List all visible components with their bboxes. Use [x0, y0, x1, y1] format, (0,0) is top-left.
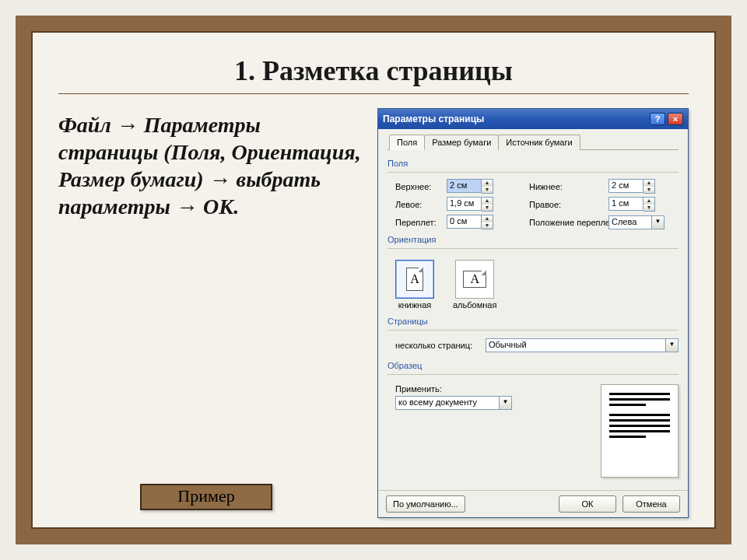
- label-bottom: Нижнее:: [514, 182, 607, 191]
- tab-paper-size[interactable]: Размер бумаги: [424, 135, 499, 150]
- spin-up-icon[interactable]: ▲: [644, 180, 654, 187]
- default-button[interactable]: По умолчанию...: [386, 495, 465, 513]
- spin-up-icon[interactable]: ▲: [644, 198, 654, 205]
- spin-up-icon[interactable]: ▲: [482, 198, 493, 205]
- orientation-landscape[interactable]: A альбомная: [453, 260, 496, 310]
- ok-button[interactable]: ОК: [559, 495, 616, 513]
- page-preview: [535, 384, 679, 478]
- spin-up-icon[interactable]: ▲: [482, 215, 493, 222]
- label-multi-pages: несколько страниц:: [395, 341, 481, 350]
- input-right[interactable]: 1 см▲▼: [608, 197, 655, 212]
- slide-title: 1. Разметка страницы: [58, 54, 689, 87]
- label-left: Левое:: [395, 200, 445, 209]
- chevron-down-icon[interactable]: ▼: [500, 396, 512, 410]
- select-apply[interactable]: ко всему документу▼: [395, 396, 512, 410]
- divider: [58, 93, 689, 94]
- close-icon[interactable]: ×: [668, 113, 683, 125]
- dialog-titlebar[interactable]: Параметры страницы ? ×: [378, 109, 688, 129]
- cancel-button[interactable]: Отмена: [622, 495, 680, 513]
- input-top[interactable]: 2 см▲▼: [447, 179, 493, 194]
- instruction-text: Файл → Параметры страницы (Поля, Ориента…: [58, 108, 362, 518]
- input-gutter[interactable]: 0 см▲▼: [447, 215, 493, 229]
- spin-down-icon[interactable]: ▼: [482, 222, 493, 229]
- orientation-portrait[interactable]: A книжная: [395, 260, 434, 310]
- tab-bar: Поля Размер бумаги Источник бумаги: [388, 134, 679, 150]
- spin-down-icon[interactable]: ▼: [482, 187, 493, 194]
- label-gutter: Переплет:: [395, 218, 445, 227]
- label-apply: Применить:: [395, 384, 528, 394]
- group-pages-header: Страницы: [388, 314, 679, 327]
- input-left[interactable]: 1,9 см▲▼: [447, 197, 493, 212]
- tab-paper-source[interactable]: Источник бумаги: [498, 135, 580, 150]
- group-orientation-header: Ориентация: [388, 233, 679, 245]
- dialog-title: Параметры страницы: [383, 114, 484, 124]
- label-top: Верхнее:: [395, 182, 445, 191]
- page-setup-dialog: Параметры страницы ? × Поля Размер бумаг…: [377, 108, 689, 518]
- spin-down-icon[interactable]: ▼: [644, 205, 654, 212]
- spin-up-icon[interactable]: ▲: [482, 180, 493, 187]
- group-sample-header: Образец: [388, 359, 679, 371]
- help-icon[interactable]: ?: [650, 113, 665, 125]
- example-button[interactable]: Пример: [140, 484, 272, 510]
- label-gutter-pos: Положение переплета:: [514, 218, 607, 227]
- tab-fields[interactable]: Поля: [389, 135, 425, 150]
- spin-down-icon[interactable]: ▼: [482, 205, 493, 212]
- label-right: Правое:: [514, 200, 607, 209]
- input-bottom[interactable]: 2 см▲▼: [608, 179, 655, 194]
- select-gutter-pos[interactable]: Слева▼: [608, 215, 665, 229]
- group-fields-header: Поля: [388, 156, 679, 169]
- select-multi-pages[interactable]: Обычный▼: [486, 338, 679, 352]
- spin-down-icon[interactable]: ▼: [644, 187, 654, 194]
- chevron-down-icon[interactable]: ▼: [652, 215, 665, 229]
- chevron-down-icon[interactable]: ▼: [666, 338, 679, 352]
